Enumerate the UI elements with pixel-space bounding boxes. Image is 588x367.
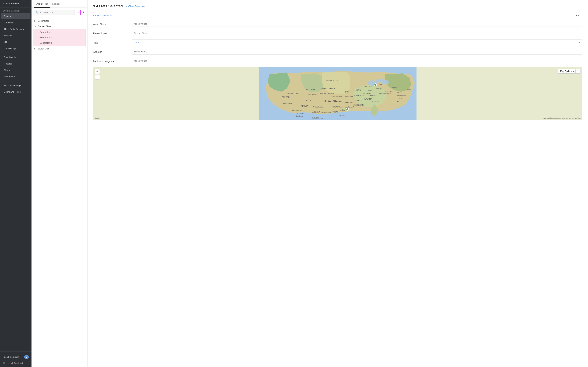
tab-labels[interactable]: Labels bbox=[50, 0, 62, 8]
main-content: Asset Tree Labels 🔍 ≡ + bbox=[32, 0, 588, 367]
sidebar-item-reports[interactable]: Reports bbox=[1, 61, 30, 67]
sidebar-item-assets[interactable]: Assets bbox=[1, 13, 30, 19]
sidebar-item-data-groups[interactable]: Data Groups bbox=[1, 45, 30, 51]
search-input-wrap: 🔍 bbox=[34, 10, 75, 15]
help-icon[interactable]: ? bbox=[7, 362, 9, 365]
tabs: Asset Tree Labels bbox=[32, 0, 87, 8]
arrow-right-icon-2: ▶ bbox=[34, 48, 37, 50]
form-row-asset-name: Asset Name bbox=[93, 21, 582, 27]
map-data-label: Map data ©2020 Google, INEGI 500 km Term… bbox=[543, 117, 581, 119]
address-field bbox=[132, 49, 582, 55]
svg-text:PENN.: PENN. bbox=[397, 92, 401, 93]
sidebar-user: Pueo Enterprises M bbox=[2, 353, 30, 361]
fullscreen-icon: ⛶ bbox=[577, 70, 579, 73]
svg-text:Dallas: Dallas bbox=[340, 109, 345, 111]
parent-asset-input[interactable] bbox=[132, 30, 582, 36]
svg-text:ALABAMA: ALABAMA bbox=[364, 98, 372, 100]
search-area: 🔍 ≡ + bbox=[32, 8, 87, 17]
tab-asset-tree[interactable]: Asset Tree bbox=[34, 0, 50, 8]
sidebar-item-gateways[interactable]: Gateways bbox=[1, 20, 30, 26]
sidebar-item-sensors-label: Sensors bbox=[4, 34, 12, 37]
svg-text:Toronto: Toronto bbox=[392, 87, 397, 89]
sidebar-item-sensors[interactable]: Sensors bbox=[1, 33, 30, 39]
svg-text:PENNSYLVANIA: PENNSYLVANIA bbox=[378, 93, 391, 95]
sidebar-item-io-label: I/O bbox=[4, 41, 7, 43]
add-asset-button[interactable]: + bbox=[82, 10, 85, 15]
svg-text:Ottawa: Ottawa bbox=[406, 89, 411, 90]
clear-selection-label: Clear Selection bbox=[128, 5, 145, 8]
svg-text:MONTANA: MONTANA bbox=[306, 88, 315, 90]
sidebar-item-alerts[interactable]: Alerts bbox=[1, 67, 30, 73]
svg-text:MICHIGAN: MICHIGAN bbox=[364, 86, 372, 88]
tree-item-generator-1[interactable]: Generator 1 bbox=[33, 29, 86, 35]
svg-text:WYOMING: WYOMING bbox=[308, 94, 317, 96]
parent-asset-label: Parent Asset bbox=[93, 30, 128, 35]
svg-text:UTAH: UTAH bbox=[306, 100, 311, 102]
svg-text:ILLINOIS: ILLINOIS bbox=[354, 89, 361, 91]
sidebar: ⌂ Back to Home Configuration Assets Gate… bbox=[0, 0, 32, 367]
search-input[interactable] bbox=[39, 11, 73, 14]
tree-item-generator-2[interactable]: Generator 2 bbox=[33, 35, 86, 40]
sidebar-item-users-and-roles-label: Users and Roles bbox=[4, 91, 21, 93]
sidebar-user-name: Pueo Enterprises bbox=[3, 356, 22, 358]
lat-long-label: Latitude / Longitude bbox=[93, 58, 128, 63]
zoom-out-label: − bbox=[96, 75, 98, 79]
svg-text:TENNESSEE: TENNESSEE bbox=[354, 100, 364, 102]
gear-icon[interactable]: ⚙ bbox=[3, 362, 5, 365]
svg-text:OKLAHOMA: OKLAHOMA bbox=[332, 106, 343, 108]
map-fullscreen-button[interactable]: ⛶ bbox=[575, 69, 581, 74]
back-to-home-button[interactable]: ⌂ Back to Home bbox=[0, 0, 32, 8]
tree-item-generator-2-label: Generator 2 bbox=[40, 36, 52, 39]
content-area: Asset Tree Labels 🔍 ≡ + bbox=[32, 0, 588, 367]
svg-text:W.DEL: W.DEL bbox=[399, 98, 403, 100]
back-to-home-label: Back to Home bbox=[5, 2, 18, 5]
svg-text:OREGON: OREGON bbox=[282, 96, 289, 98]
tree-group-boiler-sites-label: Boiler Sites bbox=[38, 20, 49, 22]
map-zoom-out-button[interactable]: − bbox=[95, 75, 100, 80]
edit-button[interactable]: Edit bbox=[573, 13, 582, 18]
svg-text:United States: United States bbox=[324, 100, 342, 103]
sidebar-divider-1 bbox=[0, 53, 32, 53]
sidebar-item-assets-label: Assets bbox=[4, 15, 11, 17]
tree-item-generator-3[interactable]: Generator 3 bbox=[33, 40, 86, 46]
sidebar-item-account-settings-label: Account Settings bbox=[4, 84, 21, 87]
filter-button[interactable]: ≡ bbox=[76, 10, 81, 15]
collapse-sidebar-icon[interactable]: ‹ bbox=[28, 362, 29, 365]
lat-long-input[interactable] bbox=[132, 58, 582, 64]
tree-group-boiler-sites[interactable]: ▶ Boiler Sites bbox=[32, 18, 87, 24]
svg-text:SOUTH DAKOTA: SOUTH DAKOTA bbox=[320, 93, 334, 95]
sidebar-item-automation[interactable]: Automation bbox=[1, 74, 30, 80]
asset-details-section-title: Asset Details Edit bbox=[93, 13, 582, 18]
svg-text:MINNESOTA: MINNESOTA bbox=[326, 80, 338, 82]
asset-name-input[interactable] bbox=[132, 21, 582, 27]
map-container: WASHINGTON OREGON CALIFORNIA MONTANA WYO… bbox=[93, 67, 582, 120]
tree-item-generator-3-label: Generator 3 bbox=[40, 42, 52, 44]
sidebar-item-third-party-devices[interactable]: Third Party Devices bbox=[1, 26, 30, 32]
feedback-button[interactable]: 📣 Feedback bbox=[11, 362, 26, 365]
tree-selection-box: Generator 1 Generator 2 Generator 3 bbox=[33, 29, 86, 46]
tree-group-genset-sites-label: Genset Sites bbox=[38, 25, 51, 28]
tree-group-genset-sites[interactable]: ▼ Genset Sites bbox=[32, 24, 87, 29]
svg-text:San Diego: San Diego bbox=[296, 115, 303, 117]
arrow-down-icon: ▼ bbox=[34, 25, 37, 27]
svg-text:NEVADA: NEVADA bbox=[301, 105, 308, 107]
details-header: 3 Assets Selected ✕ Clear Selection bbox=[93, 4, 582, 8]
sidebar-item-users-and-roles[interactable]: Users and Roles bbox=[1, 89, 30, 95]
sidebar-item-dashboards-label: Dashboards bbox=[4, 56, 16, 58]
tags-field: None bbox=[132, 40, 582, 45]
avatar: M bbox=[24, 355, 29, 359]
sidebar-item-io[interactable]: I/O bbox=[1, 39, 30, 45]
tree-group-water-sites[interactable]: ▶ Water Sites bbox=[32, 46, 87, 51]
map-zoom-in-button[interactable]: + bbox=[95, 69, 100, 74]
svg-text:Chicago: Chicago bbox=[376, 88, 382, 90]
sidebar-item-alerts-label: Alerts bbox=[4, 69, 10, 71]
svg-point-53 bbox=[374, 83, 377, 86]
svg-text:COLORADO: COLORADO bbox=[313, 106, 323, 108]
address-input[interactable] bbox=[132, 49, 582, 55]
sidebar-item-account-settings[interactable]: Account Settings bbox=[1, 82, 30, 88]
tags-select[interactable]: None bbox=[132, 40, 582, 45]
map-options-button[interactable]: Map Options ▾ bbox=[558, 69, 576, 74]
sidebar-item-dashboards[interactable]: Dashboards bbox=[1, 54, 30, 60]
asset-tree: ▶ Boiler Sites ▼ Genset Sites Generator … bbox=[32, 17, 87, 367]
clear-selection-button[interactable]: ✕ Clear Selection bbox=[125, 5, 145, 8]
